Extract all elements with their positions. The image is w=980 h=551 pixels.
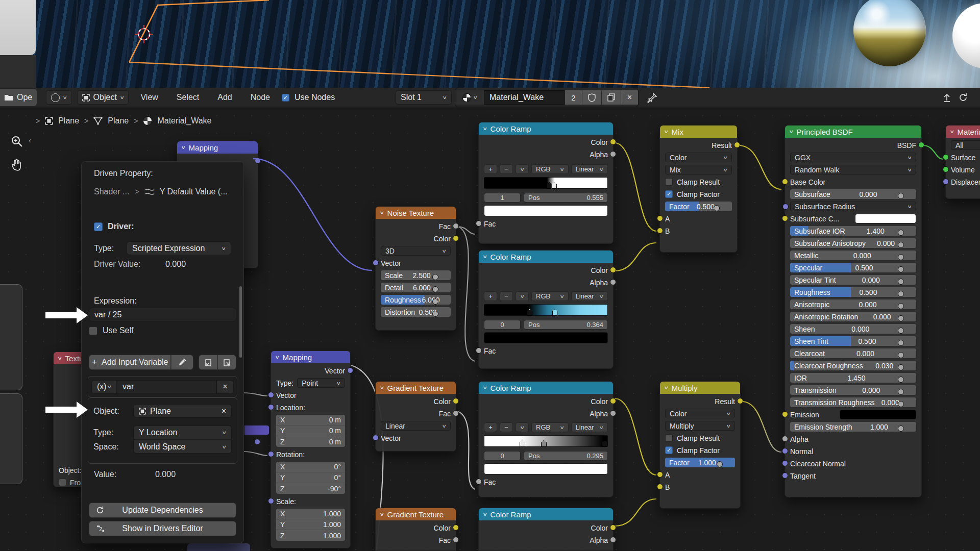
remove-stop-button[interactable]: −	[500, 422, 513, 432]
roughness-slider[interactable]: Roughness0.500	[790, 287, 916, 297]
material-users-count[interactable]: 2	[565, 90, 582, 105]
scale-vector-fields[interactable]: X1.000 Y1.000 Z1.000	[276, 509, 345, 541]
factor-slider[interactable]: Factor0.500	[665, 202, 732, 211]
scale-slider[interactable]: Scale2.500	[381, 270, 451, 280]
driver-type-dropdown[interactable]: Scripted Expression∨	[127, 241, 231, 255]
location-input-socket[interactable]	[268, 404, 274, 410]
anisotropic-input-socket[interactable]	[898, 303, 904, 309]
stop-index-field[interactable]: 0	[484, 320, 521, 330]
stop-color-swatch[interactable]	[484, 332, 608, 343]
use-self-checkbox[interactable]	[89, 327, 97, 335]
fac-output-socket[interactable]	[453, 537, 459, 543]
clearcoat-roughness-slider[interactable]: Clearcoat Roughness0.030	[790, 361, 916, 370]
collapsed-node-header-sliver[interactable]	[187, 543, 250, 551]
node-header[interactable]: ∨Color Ramp	[479, 382, 613, 394]
popup-scrollbar[interactable]	[239, 286, 242, 358]
driver-checkbox[interactable]: ✓	[94, 222, 103, 231]
clamp-result-checkbox[interactable]	[665, 434, 673, 442]
unlink-material-button[interactable]: ×	[621, 90, 638, 105]
refresh-icon[interactable]	[958, 92, 968, 103]
result-output-socket[interactable]	[734, 142, 740, 148]
remove-stop-button[interactable]: −	[500, 291, 513, 301]
node-multiply[interactable]: ∨Multiply Result Color∨ Multiply∨ Clamp …	[659, 381, 741, 509]
clearcoat-input-socket[interactable]	[898, 352, 904, 358]
fac-output-socket[interactable]	[453, 223, 459, 229]
color-output-socket[interactable]	[610, 267, 616, 273]
close-icon[interactable]: ×	[222, 407, 226, 416]
collapse-left-icon[interactable]: ‹	[29, 136, 31, 144]
color-output-socket[interactable]	[453, 524, 459, 531]
metallic-slider[interactable]: Metallic0.000	[790, 251, 916, 260]
stop-position-field[interactable]: Pos0.364	[524, 320, 608, 330]
add-stop-button[interactable]: +	[484, 291, 497, 301]
sheen-input-socket[interactable]	[898, 328, 904, 334]
color-output-socket[interactable]	[610, 524, 616, 531]
jump-up-icon[interactable]	[942, 92, 952, 103]
remove-variable-button[interactable]: ×	[216, 380, 234, 394]
alpha-output-socket[interactable]	[610, 279, 616, 285]
data-type-dropdown[interactable]: Color∨	[665, 409, 735, 418]
node-header[interactable]: ∨Principled BSDF	[785, 126, 921, 138]
ramp-stop-handle-selected[interactable]	[520, 440, 525, 447]
pin-icon[interactable]	[647, 92, 658, 103]
node-header[interactable]: ∨Mapping	[177, 141, 258, 154]
vector-input-socket[interactable]	[373, 260, 379, 266]
emission-strength-slider[interactable]: Emission Strength1.000	[790, 422, 916, 432]
detail-slider[interactable]: Detail6.000	[381, 283, 451, 292]
vector-input-socket[interactable]	[268, 392, 274, 398]
dimensions-dropdown[interactable]: 3D∨	[381, 246, 451, 256]
node-mapping-2[interactable]: ∨Mapping Vector Type: Point∨ Vector Loca…	[271, 350, 351, 548]
from-instancer-checkbox[interactable]	[59, 479, 66, 486]
target-id[interactable]: Shader ...	[94, 187, 129, 196]
color-output-socket[interactable]	[610, 398, 616, 404]
value-output-socket[interactable]	[254, 439, 260, 445]
fac-output-socket[interactable]	[453, 410, 459, 416]
stop-index-field[interactable]: 1	[484, 193, 521, 203]
subsurface-color-swatch[interactable]	[855, 214, 916, 223]
color-ramp-gradient[interactable]	[484, 435, 608, 447]
emission-input-socket[interactable]	[782, 411, 788, 417]
add-input-variable-button[interactable]: +Add Input Variable	[89, 355, 171, 370]
specular-input-socket[interactable]	[898, 266, 904, 272]
alpha-output-socket[interactable]	[610, 151, 616, 157]
interpolation-dropdown[interactable]: Linear∨	[571, 291, 608, 301]
breadcrumb-gt[interactable]: >	[36, 117, 40, 125]
factor-slider[interactable]: Factor1.000	[665, 458, 735, 467]
interpolation-dropdown[interactable]: Linear∨	[571, 422, 608, 432]
blend-mode-dropdown[interactable]: Multiply∨	[665, 421, 735, 431]
blend-mode-dropdown[interactable]: Mix∨	[665, 165, 732, 174]
node-gradient-texture-2[interactable]: ∨Gradient Texture Color Fac	[375, 508, 456, 551]
rotation-vector-fields[interactable]: X0° Y0° Z-90°	[276, 462, 345, 494]
editor-type-button[interactable]: ∨	[46, 90, 72, 105]
roughness-slider[interactable]: Roughness6.000	[381, 295, 451, 305]
stop-position-field[interactable]: Pos0.295	[524, 451, 608, 461]
use-nodes-checkbox[interactable]: ✓	[282, 94, 289, 102]
breadcrumb-mesh[interactable]: Plane	[108, 116, 129, 126]
material-browse-button[interactable]: ∨	[455, 90, 484, 105]
stop-color-swatch[interactable]	[484, 463, 608, 474]
subsurface-ior-slider[interactable]: Subsurface IOR1.400	[790, 226, 916, 236]
ior-input-socket[interactable]	[898, 377, 904, 383]
surface-input-socket[interactable]	[943, 154, 949, 160]
anisotropic-rotation-input-socket[interactable]	[898, 315, 904, 321]
ramp-stop-handle[interactable]	[541, 440, 547, 447]
copy-variables-button[interactable]	[199, 355, 217, 370]
fac-input-socket[interactable]	[476, 479, 482, 485]
stop-position-field[interactable]: Pos0.555	[524, 193, 608, 203]
fac-input-socket[interactable]	[476, 220, 482, 227]
node-header[interactable]: ∨Color Ramp	[479, 508, 613, 520]
sheen-tint-slider[interactable]: Sheen Tint0.500	[790, 336, 916, 346]
color-ramp-gradient[interactable]	[484, 177, 608, 189]
location-vector-fields[interactable]: X0 m Y0 m Z0 m	[276, 415, 345, 447]
b-input-socket[interactable]	[657, 228, 663, 234]
subsurface-input-socket[interactable]	[898, 193, 904, 199]
eyedropper-button[interactable]	[171, 355, 193, 370]
target-property[interactable]: Y Default Value (...	[160, 187, 228, 196]
subsurface-ior-input-socket[interactable]	[898, 230, 904, 236]
space-dropdown[interactable]: World Space∨	[133, 440, 232, 454]
object-field[interactable]: Plane ×	[133, 404, 232, 418]
channel-dropdown[interactable]: Y Location∨	[133, 425, 232, 439]
sheen-tint-input-socket[interactable]	[898, 340, 904, 346]
distribution-dropdown[interactable]: GGX∨	[790, 153, 916, 162]
scale-input-socket[interactable]	[432, 274, 438, 280]
